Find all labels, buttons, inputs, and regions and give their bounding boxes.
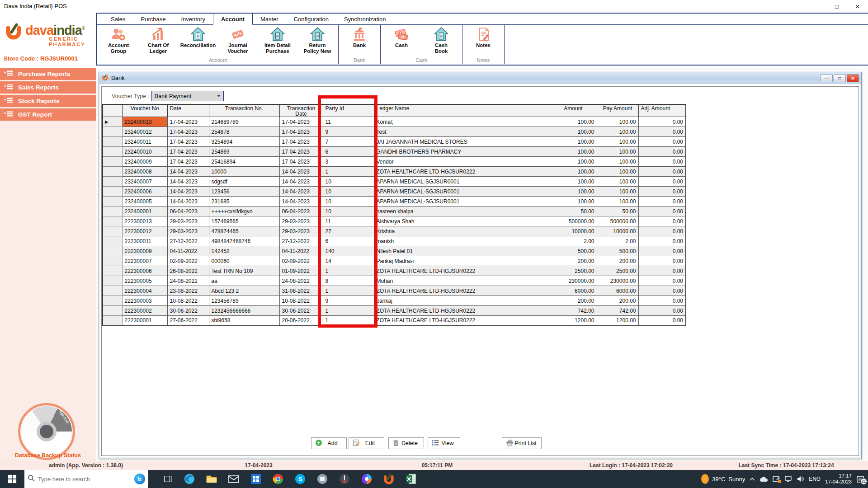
minimize-icon[interactable]: –: [806, 0, 826, 13]
grid-cell[interactable]: 29-03-2023: [167, 216, 209, 226]
table-row[interactable]: 22230000230-06-2022123245666666630-06-20…: [103, 306, 686, 316]
grid-cell[interactable]: sbi9658: [209, 316, 279, 326]
grid-cell[interactable]: APARNA MEDICAL-SGJSUR0001: [374, 197, 550, 206]
skype-icon[interactable]: S: [289, 470, 311, 488]
grid-cell[interactable]: 232400010: [122, 147, 167, 157]
window-maximize-icon[interactable]: □: [834, 74, 846, 82]
grid-cell[interactable]: 232400001: [122, 206, 167, 216]
grid-cell[interactable]: ZOTA HEALTHCARE LTD-HGJSUR0222: [374, 286, 550, 296]
grid-cell[interactable]: 10: [323, 206, 374, 216]
row-selector[interactable]: [103, 266, 122, 276]
grid-cell[interactable]: 100.00: [550, 137, 597, 147]
grid-cell[interactable]: 100.00: [597, 117, 638, 127]
grid-cell[interactable]: nasreen khalpa: [374, 206, 550, 216]
row-selector[interactable]: [103, 276, 122, 286]
row-selector[interactable]: [103, 256, 122, 266]
grid-cell[interactable]: 3: [323, 157, 374, 167]
grid-cell[interactable]: 0.00: [638, 216, 686, 226]
grid-cell[interactable]: 27-06-2022: [167, 316, 209, 326]
grid-cell[interactable]: 0.00: [638, 197, 686, 206]
grid-cell[interactable]: 0.00: [638, 226, 686, 236]
grid-cell[interactable]: 254878: [209, 127, 279, 137]
table-row[interactable]: 22230000626-08-2022Test TRN No 10901-09-…: [103, 266, 686, 276]
grid-cell[interactable]: 232400013: [122, 117, 167, 127]
print-list-button[interactable]: Print List: [502, 437, 542, 449]
grid-cell[interactable]: 222300001: [122, 316, 167, 326]
grid-cell[interactable]: 1200.00: [550, 316, 597, 326]
grid-cell[interactable]: 9: [323, 127, 374, 137]
grid-cell[interactable]: 10000: [209, 167, 279, 177]
grid-cell[interactable]: 30-06-2022: [167, 306, 209, 316]
grid-cell[interactable]: 10-08-2022: [167, 296, 209, 306]
table-row[interactable]: 23240000714-04-2023sdgsdf14-04-202310APA…: [103, 177, 686, 187]
grid-cell[interactable]: 231685: [209, 197, 279, 206]
grid-cell[interactable]: 14: [323, 256, 374, 266]
cash-book-button[interactable]: CashBook: [421, 25, 461, 57]
excel-icon[interactable]: [400, 470, 422, 488]
grid-cell[interactable]: 14-04-2023: [167, 187, 209, 197]
row-selector[interactable]: [103, 157, 122, 167]
row-selector[interactable]: [103, 296, 122, 306]
tab-purchase[interactable]: Purchase: [133, 14, 174, 24]
grid-cell[interactable]: 14-04-2023: [279, 187, 323, 197]
grid-cell[interactable]: 222300011: [122, 236, 167, 246]
grid-cell[interactable]: 0.00: [638, 137, 686, 147]
grid-cell[interactable]: 232400007: [122, 177, 167, 187]
column-header-transaction-date[interactable]: Transaction Date: [279, 104, 323, 117]
row-selector[interactable]: [103, 246, 122, 256]
bank-button[interactable]: Bank: [340, 25, 379, 57]
grid-cell[interactable]: 214689789: [209, 117, 279, 127]
grid-cell[interactable]: 232400012: [122, 127, 167, 137]
grid-cell[interactable]: JAI JAGANNATH MEDICAL STORES: [374, 137, 550, 147]
grid-cell[interactable]: 100.00: [597, 137, 638, 147]
column-header-adj-amount[interactable]: Adj. Amount: [638, 104, 686, 117]
grid-cell[interactable]: 478874465: [209, 226, 279, 236]
row-selector[interactable]: [103, 216, 122, 226]
table-row[interactable]: 23240000614-04-202312345614-04-202310APA…: [103, 187, 686, 197]
grid-cell[interactable]: 0.00: [638, 187, 686, 197]
grid-cell[interactable]: 100.00: [550, 167, 597, 177]
grid-cell[interactable]: 17-04-2023: [279, 157, 323, 167]
grid-cell[interactable]: +++++cxslfdkgvo: [209, 206, 279, 216]
grid-cell[interactable]: 31-08-2022: [279, 286, 323, 296]
reconciliation-button[interactable]: Reconciliation: [178, 25, 218, 57]
grid-cell[interactable]: 17-04-2023: [167, 127, 209, 137]
grid-cell[interactable]: aa: [209, 276, 279, 286]
window-close-icon[interactable]: ✕: [847, 74, 859, 82]
file-explorer-icon[interactable]: [200, 470, 222, 488]
grid-cell[interactable]: 254869: [209, 147, 279, 157]
grid-cell[interactable]: 0.00: [638, 147, 686, 157]
grid-cell[interactable]: 222300003: [122, 296, 167, 306]
grid-cell[interactable]: ZOTA HEALTHCARE LTD-HGJSUR0222: [374, 266, 550, 276]
grid-cell[interactable]: 0.00: [638, 296, 686, 306]
grid-cell[interactable]: Komal;: [374, 117, 550, 127]
grid-cell[interactable]: 100.00: [550, 197, 597, 206]
grid-cell[interactable]: manish: [374, 236, 550, 246]
column-header-amount[interactable]: Amount: [550, 104, 597, 117]
grid-cell[interactable]: 230000.00: [597, 276, 638, 286]
grid-cell[interactable]: 2.00: [597, 236, 638, 246]
table-row[interactable]: 22230000127-06-2022sbi965820-06-20221ZOT…: [103, 316, 686, 326]
table-row[interactable]: 23240001217-04-202325487817-04-20239Test…: [103, 127, 686, 137]
grid-cell[interactable]: Krishna: [374, 226, 550, 236]
grid-cell[interactable]: Mohan: [374, 276, 550, 286]
grid-cell[interactable]: ZOTA HEALTHCARE LTD-HGJSUR0222: [374, 306, 550, 316]
row-selector[interactable]: [103, 206, 122, 216]
row-selector[interactable]: [103, 197, 122, 206]
tab-configuration[interactable]: Configuration: [286, 14, 336, 24]
grid-cell[interactable]: 1200.00: [597, 316, 638, 326]
grid-cell[interactable]: 232400009: [122, 157, 167, 167]
grid-cell[interactable]: 222300005: [122, 276, 167, 286]
column-header-transaction-no[interactable]: Transaction No.: [209, 104, 279, 117]
start-button[interactable]: [0, 470, 24, 488]
close-icon[interactable]: ✕: [847, 0, 868, 13]
table-row[interactable]: 23240000917-04-20232541689417-04-20233Ve…: [103, 157, 686, 167]
grid-cell[interactable]: 500.00: [550, 246, 597, 256]
grid-cell[interactable]: 29-03-2023: [279, 226, 323, 236]
column-header-date[interactable]: Date: [167, 104, 209, 117]
tray-expand-chevron-icon[interactable]: [750, 477, 755, 481]
window-minimize-icon[interactable]: —: [821, 74, 833, 82]
tab-inventory[interactable]: Inventory: [173, 14, 212, 24]
grid-cell[interactable]: 0.00: [638, 127, 686, 137]
grid-cell[interactable]: 06-04-2023: [279, 206, 323, 216]
